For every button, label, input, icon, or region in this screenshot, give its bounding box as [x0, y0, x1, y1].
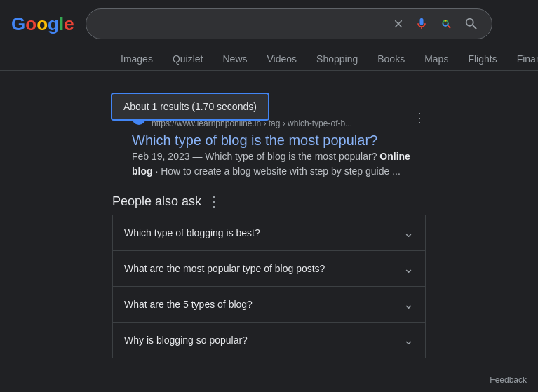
search-button[interactable] [462, 15, 480, 33]
svg-point-2 [444, 20, 446, 22]
paa-question-3: Why is blogging so popular? [124, 334, 248, 346]
paa-question-2: What are the 5 types of blog? [124, 299, 253, 310]
chevron-down-icon-3: ⌄ [403, 332, 414, 348]
more-options-icon[interactable]: ⋮ [413, 110, 426, 126]
paa-question-1: What are the most popular type of blog p… [124, 263, 325, 274]
feedback-button[interactable]: Feedback [490, 375, 527, 385]
result-title-link[interactable]: Which type of blog is the most popular? [132, 133, 377, 148]
chevron-down-icon-0: ⌄ [403, 225, 414, 241]
visual-search-button[interactable] [437, 15, 455, 33]
voice-search-button[interactable] [413, 15, 430, 32]
paa-item-3[interactable]: Why is blogging so popular? ⌄ [112, 323, 426, 358]
snippet-text: Which type of blog is the most popular? [205, 151, 377, 162]
tab-flights[interactable]: Flights [459, 48, 505, 70]
search-input[interactable]: allintitle:which type of blog is the mos… [97, 18, 385, 30]
paa-item-0[interactable]: Which type of blogging is best? ⌄ [112, 215, 426, 251]
main-content: 1 LP LearnPHPonline.in https://www.learn… [0, 102, 538, 358]
search-icons [391, 15, 480, 33]
tab-shopping[interactable]: Shopping [308, 48, 366, 70]
paa-header: People also ask ⋮ [112, 193, 426, 210]
paa-item-1[interactable]: What are the most popular type of blog p… [112, 251, 426, 287]
people-also-ask-section: People also ask ⋮ Which type of blogging… [112, 193, 426, 358]
tab-finance[interactable]: Finance [509, 48, 538, 70]
paa-title: People also ask [112, 194, 201, 209]
search-bar: allintitle:which type of blog is the mos… [86, 8, 492, 39]
paa-item-2[interactable]: What are the 5 types of blog? ⌄ [112, 287, 426, 323]
paa-question-0: Which type of blogging is best? [124, 227, 260, 238]
results-count-text: About 1 results (1.70 seconds) [123, 101, 257, 112]
tab-videos[interactable]: Videos [259, 48, 306, 70]
results-count-tooltip: About 1 results (1.70 seconds) [111, 93, 269, 121]
tab-maps[interactable]: Maps [416, 48, 457, 70]
chevron-down-icon-1: ⌄ [403, 261, 414, 276]
tab-images[interactable]: Images [112, 48, 161, 70]
google-logo: Google [11, 13, 74, 35]
header: Google allintitle:which type of blog is … [0, 0, 538, 48]
nav-tabs: Images Quizlet News Videos Shopping Book… [0, 48, 538, 71]
tab-books[interactable]: Books [369, 48, 413, 70]
paa-options-icon[interactable]: ⋮ [207, 193, 221, 210]
result-snippet: Feb 19, 2023 — Which type of blog is the… [132, 149, 426, 179]
tab-news[interactable]: News [215, 48, 256, 70]
snippet-date: Feb 19, 2023 — [132, 151, 205, 162]
snippet-after: · How to create a blog website with step… [153, 165, 401, 177]
clear-search-button[interactable] [391, 16, 406, 32]
tab-quizlet[interactable]: Quizlet [164, 48, 212, 70]
chevron-down-icon-2: ⌄ [403, 297, 414, 312]
